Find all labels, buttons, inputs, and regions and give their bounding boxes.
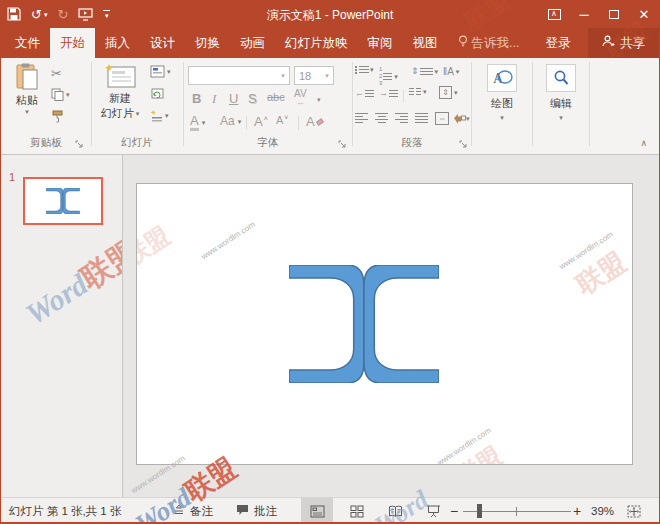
notes-icon: [173, 504, 185, 518]
notes-button[interactable]: 备注: [173, 498, 213, 524]
copy-icon[interactable]: ▾: [51, 88, 70, 101]
drawing-button[interactable]: A 绘图 ▾: [480, 64, 524, 121]
character-spacing-button[interactable]: AV↔: [294, 89, 307, 107]
slide-sorter-icon[interactable]: [341, 498, 373, 524]
close-icon[interactable]: ✕: [629, 0, 659, 28]
zoom-slider-midtick: [516, 507, 517, 516]
zoom-slider-thumb[interactable]: [477, 504, 482, 518]
powerpoint-window: ↺▾ ↻ ▾ 演示文稿1 - PowerPoint ∧ ─ ✕ 文件 开始 插入…: [0, 0, 660, 524]
sign-in-button[interactable]: 登录: [535, 28, 580, 58]
normal-view-icon[interactable]: [301, 498, 333, 524]
tab-file[interactable]: 文件: [5, 28, 50, 58]
group-drawing: A 绘图 ▾: [472, 58, 532, 154]
justify-icon[interactable]: [415, 113, 428, 123]
align-right-icon[interactable]: [395, 113, 408, 123]
tell-me-box[interactable]: 告诉我...: [448, 28, 530, 58]
section-icon[interactable]: ▾: [150, 109, 169, 122]
dialog-launcher-icon[interactable]: [75, 140, 85, 150]
editing-button[interactable]: 编辑 ▾: [539, 64, 583, 121]
layout-icon[interactable]: ▾: [150, 65, 171, 78]
tab-home[interactable]: 开始: [50, 28, 95, 58]
italic-button[interactable]: I: [212, 91, 216, 107]
cut-icon[interactable]: ✂: [51, 66, 62, 81]
new-slide-button[interactable]: 新建 幻灯片▾: [96, 63, 144, 121]
zoom-in-button[interactable]: +: [573, 498, 581, 524]
ribbon: 粘贴 ▾ ✂ ▾ 剪贴板 新建 幻灯片▾ ▾: [1, 58, 659, 155]
format-painter-icon[interactable]: [51, 110, 64, 123]
watermark-url: www.wordlm.com: [558, 230, 615, 271]
watermark: 联盟: [136, 220, 176, 273]
decrease-indent-icon[interactable]: ←: [355, 88, 374, 98]
thumbnail-shape: [46, 188, 80, 214]
shrink-font-button[interactable]: A˅: [276, 114, 288, 126]
fit-to-window-icon[interactable]: [619, 498, 649, 524]
chevron-down-icon[interactable]: ▾: [317, 96, 321, 103]
slide-counter: 幻灯片 第 1 张,共 1 张: [9, 498, 121, 524]
slide-editor-area[interactable]: www.wordlm.com 联盟 联盟 www.wordlm.com 联盟: [123, 155, 659, 497]
grow-font-button[interactable]: A˄: [254, 114, 268, 129]
group-label-paragraph: 段落: [353, 136, 471, 150]
change-case-button[interactable]: Aa▾: [220, 114, 241, 128]
collapse-ribbon-icon[interactable]: ∧: [640, 138, 647, 148]
share-button[interactable]: 共享: [588, 28, 659, 58]
text-shadow-button[interactable]: S: [248, 91, 257, 106]
undo-dropdown-icon[interactable]: ▾: [44, 11, 48, 18]
reading-view-icon[interactable]: [379, 498, 411, 524]
undo-icon[interactable]: ↺▾: [31, 8, 47, 21]
ribbon-display-options-icon[interactable]: ∧: [539, 0, 569, 28]
dialog-launcher-icon[interactable]: [459, 140, 469, 150]
customize-qat-icon[interactable]: ▾: [103, 10, 110, 19]
line-spacing-icon[interactable]: ⇕▾: [411, 66, 438, 76]
distribute-icon[interactable]: ⇔: [435, 112, 449, 125]
tab-review[interactable]: 审阅: [358, 28, 403, 58]
comment-icon: [236, 504, 249, 518]
font-color-button[interactable]: A▾: [190, 114, 205, 131]
slideshow-icon[interactable]: [417, 498, 449, 524]
numbering-icon[interactable]: 123▾: [379, 66, 398, 88]
smartart-convert-icon[interactable]: ▾: [453, 112, 470, 125]
group-editing: 编辑 ▾: [533, 58, 589, 154]
paste-dropdown-icon[interactable]: ▾: [25, 108, 29, 115]
tab-view[interactable]: 视图: [403, 28, 448, 58]
tab-design[interactable]: 设计: [140, 28, 185, 58]
watermark: 联盟: [450, 440, 508, 465]
tab-animations[interactable]: 动画: [230, 28, 275, 58]
zoom-level[interactable]: 39%: [591, 498, 614, 524]
underline-button[interactable]: U: [229, 91, 238, 106]
paste-icon: [15, 63, 39, 93]
minimize-icon[interactable]: ─: [569, 0, 599, 28]
new-slide-icon: [103, 63, 137, 91]
text-direction-icon[interactable]: ‖A▾: [443, 66, 459, 77]
slide-thumbnail[interactable]: [23, 177, 103, 225]
align-center-icon[interactable]: [375, 113, 388, 123]
slide-canvas[interactable]: www.wordlm.com 联盟 联盟 www.wordlm.com 联盟: [136, 183, 633, 465]
align-left-icon[interactable]: [355, 113, 368, 123]
slide-thumbnail-panel[interactable]: 1 Word联盟: [1, 155, 123, 497]
strikethrough-button[interactable]: abc: [267, 91, 285, 103]
dialog-launcher-icon[interactable]: [338, 140, 348, 150]
merged-bracket-shape[interactable]: [289, 265, 439, 383]
align-text-icon[interactable]: ⇕▾: [439, 86, 458, 99]
font-name-combo[interactable]: ▾: [188, 66, 290, 85]
zoom-out-button[interactable]: −: [450, 498, 458, 524]
save-icon[interactable]: [7, 7, 21, 21]
columns-icon[interactable]: ▾: [409, 88, 427, 95]
bullets-icon[interactable]: ▾: [355, 66, 374, 73]
comments-button[interactable]: 批注: [236, 498, 277, 524]
title-bar: ↺▾ ↻ ▾ 演示文稿1 - PowerPoint ∧ ─ ✕: [1, 0, 659, 28]
increase-indent-icon[interactable]: →: [379, 88, 398, 98]
tab-insert[interactable]: 插入: [95, 28, 140, 58]
redo-icon: ↻: [57, 8, 68, 21]
tab-transitions[interactable]: 切换: [185, 28, 230, 58]
font-size-combo[interactable]: 18 ▾: [294, 66, 334, 85]
reset-icon[interactable]: [150, 87, 164, 100]
maximize-icon[interactable]: [599, 0, 629, 28]
clear-formatting-button[interactable]: A: [306, 114, 325, 129]
watermark-url: www.wordlm.com: [436, 426, 493, 465]
bold-button[interactable]: B: [192, 91, 201, 106]
group-clipboard: 粘贴 ▾ ✂ ▾ 剪贴板: [1, 58, 91, 154]
tab-slideshow[interactable]: 幻灯片放映: [275, 28, 358, 58]
paste-button[interactable]: 粘贴 ▾: [9, 63, 45, 115]
start-slideshow-icon[interactable]: [78, 8, 93, 21]
slide-number: 1: [9, 171, 15, 183]
